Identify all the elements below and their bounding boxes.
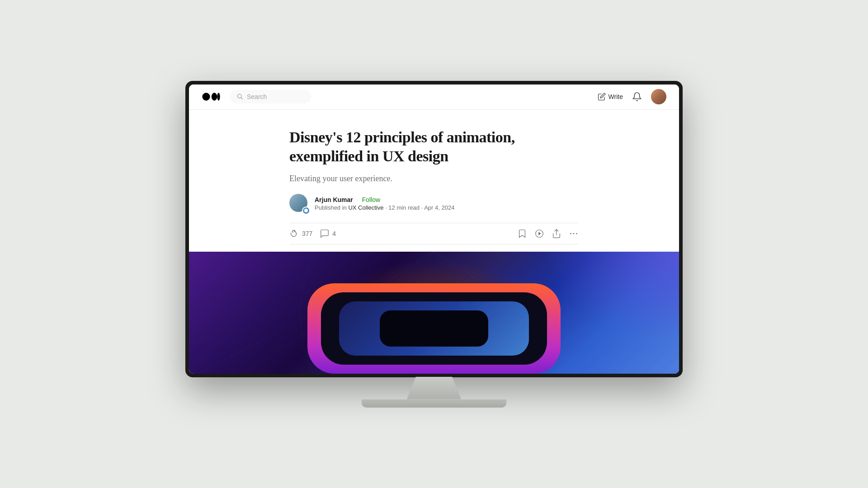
svg-point-2 bbox=[217, 93, 220, 100]
pub-badge-inner bbox=[304, 209, 308, 212]
follow-button[interactable]: Follow bbox=[362, 196, 380, 203]
bell-icon bbox=[632, 92, 642, 102]
avatar-image bbox=[651, 89, 666, 104]
author-name-row: Arjun Kumar · Follow bbox=[315, 196, 454, 203]
hero-center-dark bbox=[380, 310, 488, 347]
search-box[interactable]: Search bbox=[230, 90, 311, 103]
navbar-right: Write bbox=[598, 89, 666, 104]
more-button[interactable] bbox=[569, 229, 579, 239]
write-icon bbox=[598, 93, 606, 101]
action-bar: 377 4 bbox=[289, 223, 579, 244]
comment-icon bbox=[320, 229, 330, 239]
article-area: Disney's 12 principles of animation, exe… bbox=[189, 110, 679, 374]
author-meta: Arjun Kumar · Follow Published in UX Col… bbox=[315, 196, 454, 211]
comment-count: 4 bbox=[332, 230, 336, 237]
monitor-wrapper: Search Write bbox=[181, 81, 687, 408]
play-icon bbox=[534, 229, 544, 239]
bookmark-icon bbox=[517, 229, 527, 239]
author-name[interactable]: Arjun Kumar bbox=[315, 196, 353, 203]
monitor-stand bbox=[389, 377, 479, 399]
clap-group[interactable]: 377 bbox=[289, 229, 312, 239]
hero-image bbox=[189, 252, 679, 374]
hero-outer-ring bbox=[307, 283, 561, 374]
svg-point-0 bbox=[202, 93, 210, 100]
article-content: Disney's 12 principles of animation, exe… bbox=[280, 128, 588, 244]
navbar-left: Search bbox=[202, 90, 311, 103]
medium-logo-icon bbox=[202, 92, 221, 102]
save-button[interactable] bbox=[517, 229, 527, 239]
svg-point-8 bbox=[573, 233, 575, 234]
author-row: Arjun Kumar · Follow Published in UX Col… bbox=[289, 194, 579, 214]
search-icon bbox=[237, 94, 243, 100]
action-left: 377 4 bbox=[289, 229, 336, 239]
action-right bbox=[517, 229, 579, 239]
listen-button[interactable] bbox=[534, 229, 544, 239]
comment-group[interactable]: 4 bbox=[320, 229, 336, 239]
hero-inner-shape bbox=[339, 301, 529, 356]
navbar: Search Write bbox=[189, 84, 679, 110]
svg-point-1 bbox=[212, 93, 217, 100]
svg-marker-5 bbox=[538, 232, 541, 235]
notifications-button[interactable] bbox=[632, 92, 642, 102]
svg-point-7 bbox=[570, 233, 571, 234]
publication-badge bbox=[302, 206, 310, 215]
clap-icon bbox=[289, 229, 299, 239]
medium-logo[interactable] bbox=[202, 92, 221, 102]
publication-name[interactable]: UX Collective bbox=[348, 204, 383, 211]
svg-point-9 bbox=[576, 233, 577, 234]
share-button[interactable] bbox=[552, 229, 561, 239]
clap-count: 377 bbox=[302, 230, 312, 237]
monitor-base bbox=[362, 399, 506, 408]
hero-mid-ring bbox=[321, 292, 547, 365]
write-button[interactable]: Write bbox=[598, 93, 623, 101]
read-time: 12 min read bbox=[388, 204, 420, 211]
screen: Search Write bbox=[189, 84, 679, 374]
user-avatar[interactable] bbox=[651, 89, 666, 104]
article-title: Disney's 12 principles of animation, exe… bbox=[289, 128, 579, 166]
monitor: Search Write bbox=[185, 81, 683, 377]
author-avatar-wrap bbox=[289, 194, 309, 214]
write-label: Write bbox=[609, 93, 623, 100]
share-icon bbox=[552, 229, 561, 239]
separator-dot: · bbox=[357, 196, 359, 203]
article-subtitle: Elevating your user experience. bbox=[289, 173, 579, 185]
glow-top-right bbox=[543, 252, 679, 342]
publication-meta: Published in UX Collective · 12 min read… bbox=[315, 204, 454, 211]
more-icon bbox=[569, 229, 579, 239]
pub-prefix: Published in bbox=[315, 204, 348, 211]
search-placeholder: Search bbox=[247, 93, 267, 100]
publish-date: Apr 4, 2024 bbox=[424, 204, 454, 211]
